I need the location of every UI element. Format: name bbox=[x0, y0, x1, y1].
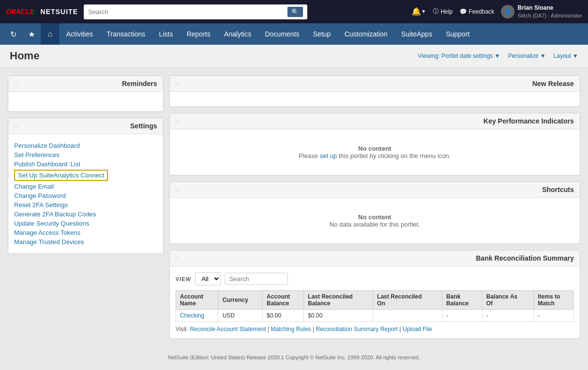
global-search: 🔍 bbox=[84, 4, 307, 19]
new-release-body bbox=[170, 92, 580, 106]
feedback-button[interactable]: 💬 Feedback bbox=[460, 8, 495, 15]
link-generate-2fa[interactable]: Generate 2FA Backup Codes bbox=[14, 211, 96, 218]
avatar: 👤 bbox=[501, 5, 515, 18]
personalize-btn[interactable]: Personalize ▼ bbox=[508, 53, 546, 59]
shortcuts-drag-handle[interactable]: :: bbox=[176, 187, 180, 193]
cell-currency: USD bbox=[218, 310, 263, 322]
dropdown-arrow-icon: ▼ bbox=[495, 53, 500, 59]
kpi-setup-link[interactable]: set up bbox=[320, 152, 337, 159]
link-publish-dashboard[interactable]: Publish Dashboard bbox=[14, 160, 68, 168]
user-role: Stitch (DA7) · Administrator bbox=[517, 12, 582, 19]
cell-account-name: Checking bbox=[176, 310, 218, 322]
home-icon-btn[interactable]: ⌂ bbox=[41, 23, 59, 45]
nav-analytics[interactable]: Analytics bbox=[217, 23, 258, 45]
nav-documents[interactable]: Documents bbox=[258, 23, 306, 45]
netsuite-text: NETSUITE bbox=[40, 8, 78, 16]
link-reset-2fa[interactable]: Reset 2FA Settings bbox=[14, 201, 68, 209]
bank-rec-portlet-header: :: Bank Reconciliation Summary bbox=[170, 250, 580, 266]
nav-setup[interactable]: Setup bbox=[306, 23, 338, 45]
page-title: Home bbox=[10, 50, 39, 62]
nav-support[interactable]: Support bbox=[439, 23, 477, 45]
link-update-security[interactable]: Update Security Questions bbox=[14, 220, 89, 227]
col-balance-as-of: Balance AsOf bbox=[482, 291, 534, 310]
matching-rules-link[interactable]: Matching Rules bbox=[271, 326, 311, 333]
kpi-portlet-header: :: Key Performance Indicators bbox=[170, 113, 580, 129]
new-release-portlet: :: New Release bbox=[169, 75, 580, 107]
search-input[interactable] bbox=[88, 8, 285, 16]
search-button[interactable]: 🔍 bbox=[287, 7, 303, 17]
link-set-preferences[interactable]: Set Preferences bbox=[14, 151, 59, 159]
new-release-portlet-header: :: New Release bbox=[170, 76, 580, 92]
kpi-drag-handle[interactable]: :: bbox=[176, 119, 180, 124]
page-controls: Viewing: Portlet date settings ▼ Persona… bbox=[418, 53, 578, 59]
bank-rec-view-row: VIEW All bbox=[176, 272, 574, 285]
top-right-controls: 🔔 ▼ ⓘ Help 💬 Feedback 👤 Brian Sloane Sti… bbox=[411, 4, 582, 19]
nav-suiteapps[interactable]: SuiteApps bbox=[394, 23, 439, 45]
link-manage-access-tokens[interactable]: Manage Access Tokens bbox=[14, 229, 80, 236]
layout-dropdown-icon: ▼ bbox=[572, 53, 578, 59]
reminders-portlet: :: Reminders bbox=[8, 75, 163, 112]
account-name-link[interactable]: Checking bbox=[180, 312, 204, 319]
nav-bar: ↻ ★ ⌂ Activities Transactions Lists Repo… bbox=[0, 23, 588, 45]
cell-balance-as-of: - bbox=[482, 310, 534, 322]
shortcuts-portlet-header: :: Shortcuts bbox=[170, 182, 580, 198]
main-content: :: Reminders :: Settings Personalize Das… bbox=[0, 68, 588, 347]
settings-drag-handle[interactable]: :: bbox=[14, 123, 19, 129]
reconcile-account-statement-link[interactable]: Reconcile Account Statement bbox=[190, 326, 266, 333]
bank-rec-table: AccountName Currency AccountBalance Last… bbox=[176, 290, 574, 322]
link-change-password[interactable]: Change Password bbox=[14, 192, 66, 199]
col-bank-balance: BankBalance bbox=[442, 291, 482, 310]
user-info[interactable]: 👤 Brian Sloane Stitch (DA7) · Administra… bbox=[501, 4, 582, 19]
cell-bank-balance: - bbox=[442, 310, 482, 322]
right-column: :: New Release :: Key Performance Indica… bbox=[169, 75, 580, 339]
table-header-row: AccountName Currency AccountBalance Last… bbox=[176, 291, 574, 310]
top-bar: ORACLE NETSUITE 🔍 🔔 ▼ ⓘ Help 💬 Feedback … bbox=[0, 0, 588, 23]
reconciliation-summary-report-link[interactable]: Reconciliation Summary Report bbox=[316, 326, 398, 333]
kpi-body: No content Please set up this portlet by… bbox=[170, 129, 580, 175]
new-release-drag-handle[interactable]: :: bbox=[176, 81, 180, 87]
link-change-email[interactable]: Change Email bbox=[14, 183, 54, 190]
page-header: Home Viewing: Portlet date settings ▼ Pe… bbox=[0, 45, 588, 68]
link-publish-dashboard-extra[interactable]: List bbox=[71, 160, 80, 168]
bank-rec-table-head: AccountName Currency AccountBalance Last… bbox=[176, 291, 574, 310]
cell-items-to-match: - bbox=[534, 310, 573, 322]
bank-rec-drag-handle[interactable]: :: bbox=[176, 256, 180, 261]
shortcuts-title: Shortcuts bbox=[542, 186, 574, 194]
logo: ORACLE NETSUITE bbox=[6, 8, 78, 16]
bank-rec-footer: Visit: Reconcile Account Statement | Mat… bbox=[176, 326, 574, 333]
nav-transactions[interactable]: Transactions bbox=[100, 23, 152, 45]
kpi-no-content: No content Please set up this portlet by… bbox=[176, 135, 574, 169]
table-row: Checking USD $0.00 $0.00 - - - bbox=[176, 310, 574, 322]
bank-rec-search-input[interactable] bbox=[225, 273, 288, 285]
new-release-title: New Release bbox=[532, 80, 574, 88]
bank-rec-portlet: :: Bank Reconciliation Summary VIEW All … bbox=[169, 250, 580, 339]
page-footer: NetSuite (Edition: United States) Releas… bbox=[0, 347, 588, 368]
nav-customization[interactable]: Customization bbox=[338, 23, 394, 45]
upload-file-link[interactable]: Upload File bbox=[403, 326, 432, 333]
reminders-drag-handle[interactable]: :: bbox=[14, 81, 19, 87]
link-personalize-dashboard[interactable]: Personalize Dashboard bbox=[14, 142, 80, 149]
bank-rec-title: Bank Reconciliation Summary bbox=[476, 254, 574, 262]
nav-lists[interactable]: Lists bbox=[152, 23, 180, 45]
cell-last-rec-on bbox=[373, 310, 442, 322]
left-column: :: Reminders :: Settings Personalize Das… bbox=[8, 75, 163, 254]
help-button[interactable]: ⓘ Help bbox=[433, 7, 453, 16]
reminders-title: Reminders bbox=[122, 80, 157, 88]
view-select[interactable]: All bbox=[195, 272, 221, 285]
reminders-body bbox=[8, 92, 163, 111]
shortcuts-no-content: No content No data available for this po… bbox=[176, 204, 574, 238]
notifications-button[interactable]: 🔔 ▼ bbox=[411, 7, 426, 16]
link-manage-trusted-devices[interactable]: Manage Trusted Devices bbox=[14, 238, 84, 246]
layout-btn[interactable]: Layout ▼ bbox=[553, 53, 578, 59]
history-icon-btn[interactable]: ↻ bbox=[4, 23, 22, 45]
nav-reports[interactable]: Reports bbox=[180, 23, 217, 45]
viewing-portlet-date-btn[interactable]: Viewing: Portlet date settings ▼ bbox=[418, 53, 500, 59]
nav-activities[interactable]: Activities bbox=[59, 23, 100, 45]
link-setup-suiteanalytics[interactable]: Set Up SuiteAnalytics Connect bbox=[14, 170, 108, 181]
favorites-icon-btn[interactable]: ★ bbox=[22, 23, 41, 45]
shortcuts-body: No content No data available for this po… bbox=[170, 198, 580, 244]
col-last-rec-balance: Last ReconciledBalance bbox=[304, 291, 373, 310]
settings-title: Settings bbox=[130, 122, 157, 130]
bank-rec-table-body: Checking USD $0.00 $0.00 - - - bbox=[176, 310, 574, 322]
settings-body: Personalize DashboardSet PreferencesPubl… bbox=[8, 134, 163, 253]
